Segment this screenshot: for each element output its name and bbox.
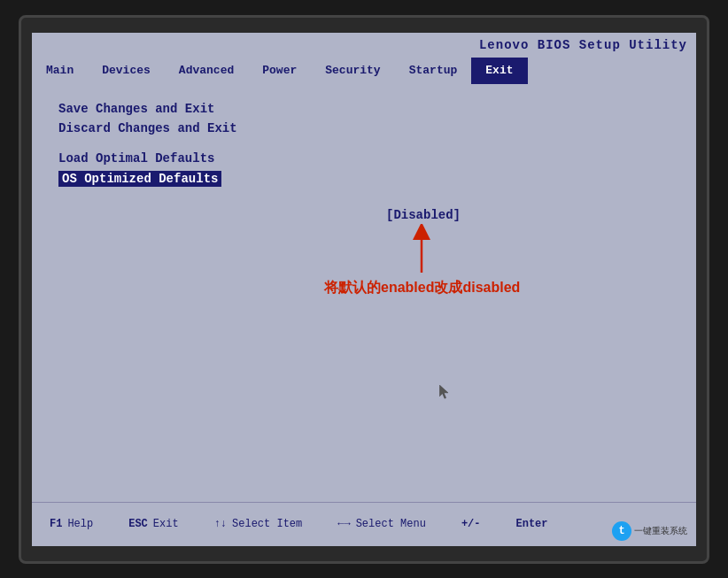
status-f1: F1 Help (50, 518, 93, 530)
status-leftright: ←→ Select Menu (337, 518, 426, 530)
content-area: Save Changes and Exit Discard Changes an… (32, 84, 696, 502)
key-enter: Enter (516, 518, 548, 530)
annotation-arrow (408, 224, 435, 277)
nav-security[interactable]: Security (311, 58, 394, 84)
status-esc: ESC Exit (128, 518, 178, 530)
nav-devices[interactable]: Devices (88, 58, 165, 84)
desc-select-menu: Select Menu (356, 518, 426, 530)
desc-exit: Exit (153, 518, 179, 530)
status-enter: Enter (516, 518, 548, 530)
bios-title: Lenovo BIOS Setup Utility (479, 38, 687, 52)
status-plusminus: +/- (461, 518, 481, 530)
desc-select-item: Select Item (232, 518, 302, 530)
discard-changes-exit[interactable]: Discard Changes and Exit (58, 121, 670, 135)
nav-startup[interactable]: Startup (395, 58, 472, 84)
status-bar: F1 Help ESC Exit ↑↓ Select Item ←→ Selec… (32, 502, 696, 546)
key-plusminus: +/- (461, 518, 481, 530)
key-updown: ↑↓ (214, 518, 227, 530)
nav-advanced[interactable]: Advanced (165, 58, 248, 84)
nav-exit[interactable]: Exit (471, 58, 527, 84)
watermark: t 一键重装系统 (612, 521, 687, 541)
key-esc: ESC (128, 518, 148, 530)
title-bar: Lenovo BIOS Setup Utility (32, 33, 696, 58)
desc-help: Help (67, 518, 93, 530)
twitter-icon: t (612, 521, 631, 541)
mouse-cursor (439, 385, 450, 399)
annotation-text: 将默认的enabled改成disabled (324, 279, 520, 297)
nav-main[interactable]: Main (32, 58, 88, 84)
watermark-text: 一键重装系统 (634, 525, 687, 537)
key-leftright: ←→ (337, 518, 350, 530)
nav-power[interactable]: Power (248, 58, 311, 84)
svg-marker-2 (439, 385, 448, 398)
status-updown: ↑↓ Select Item (214, 518, 303, 530)
disabled-badge: [Disabled] (386, 208, 461, 222)
os-optimized-defaults[interactable]: OS Optimized Defaults (58, 171, 221, 187)
save-changes-exit[interactable]: Save Changes and Exit (58, 102, 670, 116)
load-optimal-defaults[interactable]: Load Optimal Defaults (58, 151, 670, 166)
key-f1: F1 (50, 518, 62, 530)
bios-screen: Lenovo BIOS Setup Utility Main Devices A… (32, 33, 696, 546)
menu-spacer-1 (58, 141, 670, 151)
monitor: Lenovo BIOS Setup Utility Main Devices A… (19, 15, 709, 564)
nav-bar: Main Devices Advanced Power Security Sta… (32, 58, 696, 84)
